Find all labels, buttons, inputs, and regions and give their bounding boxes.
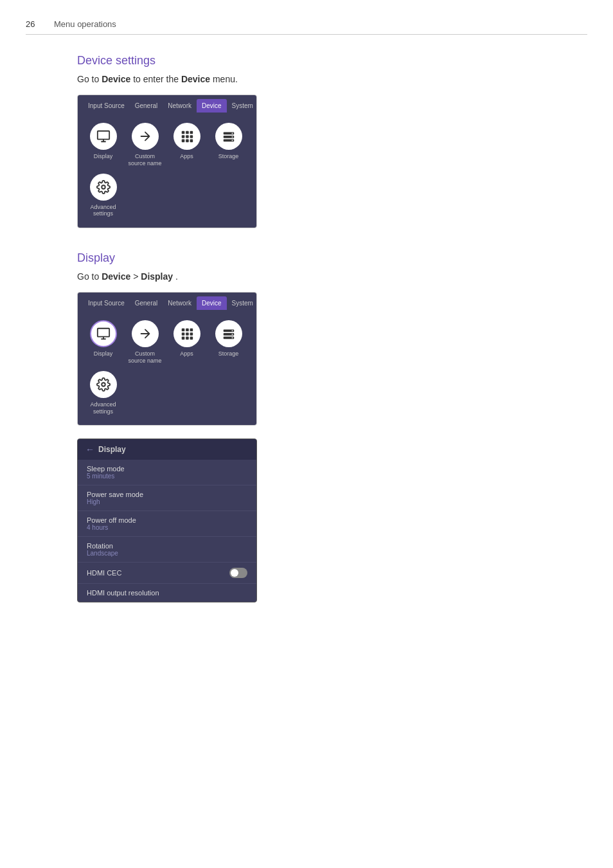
section2-icons-grid: Display Custom source name bbox=[78, 310, 256, 425]
svg-point-17 bbox=[231, 140, 233, 141]
icon-display-1[interactable]: Display bbox=[85, 123, 121, 167]
icon-circle-advanced-1 bbox=[90, 174, 117, 201]
svg-point-36 bbox=[231, 338, 233, 339]
section2-desc-bold2: Display bbox=[141, 271, 173, 282]
section1-desc-bold1: Device bbox=[102, 74, 130, 84]
svg-point-37 bbox=[102, 383, 105, 386]
icon-display-2[interactable]: Display bbox=[85, 320, 121, 365]
panel-item-power-save[interactable]: Power save mode High bbox=[78, 485, 256, 511]
icon-advanced-1[interactable]: Advanced settings bbox=[85, 174, 121, 218]
sleep-mode-value: 5 minutes bbox=[87, 473, 125, 480]
tab-input-source-1[interactable]: Input Source bbox=[83, 99, 130, 113]
page-header: 26 Menu operations bbox=[26, 19, 587, 35]
page-number: 26 bbox=[26, 19, 41, 29]
icon-label-display-2: Display bbox=[94, 350, 113, 357]
icon-circle-apps-2 bbox=[173, 320, 200, 347]
icon-circle-display-1 bbox=[90, 123, 117, 150]
panel-item-rotation-left: Rotation Landscape bbox=[87, 542, 118, 557]
panel-item-hdmi-resolution[interactable]: HDMI output resolution bbox=[78, 584, 256, 602]
icon-label-storage-2: Storage bbox=[218, 350, 239, 357]
rotation-value: Landscape bbox=[87, 550, 118, 557]
icon-custom-2[interactable]: Custom source name bbox=[127, 320, 163, 365]
section1-icons-grid: Display Custom source name bbox=[78, 113, 256, 228]
icon-circle-storage-1 bbox=[215, 123, 242, 150]
section2-desc-sep: > bbox=[133, 271, 141, 282]
tab-general-2[interactable]: General bbox=[130, 296, 163, 310]
panel-item-sleep-mode[interactable]: Sleep mode 5 minutes bbox=[78, 460, 256, 485]
svg-rect-0 bbox=[97, 131, 109, 140]
svg-point-15 bbox=[231, 133, 233, 134]
icon-apps-1[interactable]: Apps bbox=[169, 123, 204, 167]
panel-item-hdmi-cec-left: HDMI CEC bbox=[87, 569, 121, 577]
section2-ui-wrapper: Input Source General Network Device Syst… bbox=[77, 292, 257, 602]
panel-item-hdmi-cec[interactable]: HDMI CEC bbox=[78, 563, 256, 584]
icon-label-storage-1: Storage bbox=[218, 153, 239, 160]
icon-custom-1[interactable]: Custom source name bbox=[127, 123, 163, 167]
back-arrow-icon: ← bbox=[85, 444, 94, 455]
panel-item-sleep-mode-left: Sleep mode 5 minutes bbox=[87, 465, 125, 480]
section1-desc-suffix: menu. bbox=[213, 74, 238, 84]
section2-desc-suffix: . bbox=[175, 271, 178, 282]
section2-title: Display bbox=[77, 251, 587, 265]
svg-rect-11 bbox=[190, 140, 193, 143]
tab-network-2[interactable]: Network bbox=[163, 296, 197, 310]
icon-circle-display-2 bbox=[90, 320, 117, 347]
svg-rect-30 bbox=[190, 337, 193, 340]
svg-point-34 bbox=[231, 330, 233, 332]
section2-ui-box: Input Source General Network Device Syst… bbox=[77, 292, 257, 426]
svg-rect-6 bbox=[181, 135, 184, 138]
sleep-mode-label: Sleep mode bbox=[87, 465, 125, 473]
section1-desc-prefix: Go to bbox=[77, 74, 102, 84]
icon-storage-2[interactable]: Storage bbox=[211, 320, 246, 365]
svg-point-16 bbox=[231, 136, 233, 138]
hdmi-cec-toggle[interactable] bbox=[229, 568, 247, 578]
panel-item-power-off[interactable]: Power off mode 4 hours bbox=[78, 511, 256, 537]
icon-label-display-1: Display bbox=[94, 153, 113, 160]
section-display: Display Go to Device > Display . Input S… bbox=[26, 251, 587, 602]
panel-item-hdmi-resolution-left: HDMI output resolution bbox=[87, 589, 159, 597]
panel-item-power-save-left: Power save mode High bbox=[87, 491, 143, 505]
icon-apps-2[interactable]: Apps bbox=[169, 320, 204, 365]
tab-general-1[interactable]: General bbox=[130, 99, 163, 113]
power-save-label: Power save mode bbox=[87, 491, 143, 498]
icon-label-apps-2: Apps bbox=[180, 350, 193, 357]
hdmi-resolution-label: HDMI output resolution bbox=[87, 589, 159, 597]
page-header-title: Menu operations bbox=[54, 19, 116, 29]
svg-rect-23 bbox=[186, 329, 189, 332]
icon-circle-advanced-2 bbox=[90, 371, 117, 398]
section1-ui-box: Input Source General Network Device Syst… bbox=[77, 95, 257, 228]
section2-desc-prefix: Go to bbox=[77, 271, 102, 282]
icon-label-advanced-1: Advanced settings bbox=[85, 204, 121, 218]
power-save-value: High bbox=[87, 498, 143, 505]
panel-item-power-off-left: Power off mode 4 hours bbox=[87, 516, 136, 531]
display-panel: ← Display Sleep mode 5 minutes Power sav… bbox=[77, 439, 257, 602]
panel-header[interactable]: ← Display bbox=[78, 439, 256, 460]
icon-label-custom-2: Custom source name bbox=[127, 350, 163, 365]
tab-system-1[interactable]: System bbox=[227, 99, 257, 113]
icon-circle-apps-1 bbox=[173, 123, 200, 150]
svg-rect-8 bbox=[190, 135, 193, 138]
section1-desc-middle: to enter the bbox=[133, 74, 181, 84]
hdmi-cec-label: HDMI CEC bbox=[87, 569, 121, 577]
icon-storage-1[interactable]: Storage bbox=[211, 123, 246, 167]
tab-system-2[interactable]: System bbox=[227, 296, 257, 310]
panel-header-title: Display bbox=[98, 445, 126, 454]
icon-label-custom-1: Custom source name bbox=[127, 153, 163, 167]
icon-label-advanced-2: Advanced settings bbox=[85, 401, 121, 415]
tab-device-1[interactable]: Device bbox=[197, 99, 227, 113]
power-off-value: 4 hours bbox=[87, 524, 136, 531]
tab-network-1[interactable]: Network bbox=[163, 99, 197, 113]
section1-desc: Go to Device to enter the Device menu. bbox=[77, 74, 587, 84]
panel-item-rotation[interactable]: Rotation Landscape bbox=[78, 537, 256, 563]
icon-circle-custom-2 bbox=[132, 320, 159, 347]
section2-desc-bold1: Device bbox=[102, 271, 130, 282]
svg-rect-5 bbox=[190, 131, 193, 134]
section1-title: Device settings bbox=[77, 54, 587, 68]
svg-rect-24 bbox=[190, 329, 193, 332]
svg-rect-3 bbox=[181, 131, 184, 134]
section2-tab-bar: Input Source General Network Device Syst… bbox=[78, 293, 256, 310]
icon-advanced-2[interactable]: Advanced settings bbox=[85, 371, 121, 415]
svg-rect-4 bbox=[186, 131, 189, 134]
tab-input-source-2[interactable]: Input Source bbox=[83, 296, 130, 310]
tab-device-2[interactable]: Device bbox=[197, 296, 227, 310]
